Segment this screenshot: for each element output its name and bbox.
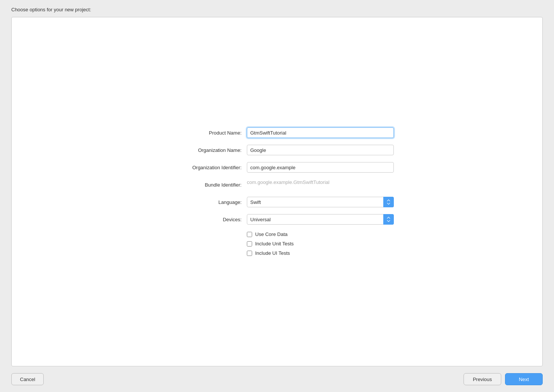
include-unit-tests-row: Include Unit Tests: [247, 241, 394, 247]
include-ui-tests-label: Include UI Tests: [255, 250, 290, 256]
devices-label: Devices:: [160, 217, 247, 222]
include-ui-tests-row: Include UI Tests: [247, 250, 394, 256]
organization-identifier-row: Organization Identifier:: [160, 162, 394, 173]
previous-button[interactable]: Previous: [464, 373, 501, 385]
cancel-button[interactable]: Cancel: [11, 373, 44, 385]
use-core-data-row: Use Core Data: [247, 231, 394, 237]
form-container: Product Name: Organization Name: Organiz…: [145, 105, 409, 279]
language-select-wrapper: Swift Objective-C: [247, 197, 394, 207]
product-name-input[interactable]: [247, 127, 394, 138]
devices-select-wrapper: Universal iPhone iPad: [247, 214, 394, 225]
checkbox-group: Use Core Data Include Unit Tests Include…: [247, 231, 394, 256]
language-select[interactable]: Swift Objective-C: [247, 197, 394, 207]
language-label: Language:: [160, 199, 247, 205]
organization-name-row: Organization Name:: [160, 145, 394, 155]
organization-name-label: Organization Name:: [160, 147, 247, 153]
product-name-label: Product Name:: [160, 130, 247, 136]
organization-identifier-label: Organization Identifier:: [160, 165, 247, 170]
use-core-data-label: Use Core Data: [255, 231, 288, 237]
organization-name-input[interactable]: [247, 145, 394, 155]
product-name-row: Product Name:: [160, 127, 394, 138]
main-panel: Product Name: Organization Name: Organiz…: [11, 17, 543, 366]
bundle-identifier-row: Bundle Identifier: com.google.example.Gt…: [160, 179, 394, 190]
devices-select[interactable]: Universal iPhone iPad: [247, 214, 394, 225]
include-unit-tests-label: Include Unit Tests: [255, 241, 294, 247]
devices-row: Devices: Universal iPhone iPad: [160, 214, 394, 225]
use-core-data-checkbox[interactable]: [247, 232, 252, 237]
include-unit-tests-checkbox[interactable]: [247, 241, 252, 247]
language-row: Language: Swift Objective-C: [160, 197, 394, 207]
next-button[interactable]: Next: [505, 373, 543, 385]
bundle-identifier-value: com.google.example.GtmSwiftTutorial: [247, 179, 394, 190]
bottom-bar: Cancel Previous Next: [0, 366, 554, 392]
page-title: Choose options for your new project:: [0, 0, 554, 17]
organization-identifier-input[interactable]: [247, 162, 394, 173]
include-ui-tests-checkbox[interactable]: [247, 251, 252, 256]
bundle-identifier-label: Bundle Identifier:: [160, 182, 247, 188]
right-buttons: Previous Next: [464, 373, 543, 385]
